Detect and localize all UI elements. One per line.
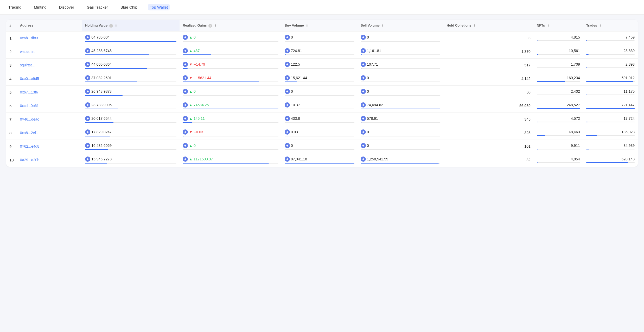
nfts-bar-fill (537, 54, 539, 55)
cell-address[interactable]: 0xab...df83 (17, 31, 82, 45)
trades-bar-track (586, 135, 635, 136)
trades-bar-fill (586, 135, 597, 136)
cell-nfts: 1,709 (534, 58, 583, 72)
cell-trades: 28,839 (583, 45, 638, 58)
col-nfts[interactable]: NFTs ⬆ (534, 20, 583, 31)
cell-hold-collections: 82 (443, 153, 533, 167)
trades-bar-fill (586, 162, 628, 163)
realized-gains-sort-icon: ⬆ (214, 24, 216, 27)
gains-arrow: ▼ (189, 76, 193, 80)
cell-rank: 2 (6, 45, 17, 58)
buy-bar-track (285, 109, 354, 109)
nav-bar: TradingMintingDiscoverGas TrackerBlue Ch… (0, 0, 644, 15)
cell-nfts: 2,402 (534, 85, 583, 99)
eth-icon: ◈ (361, 129, 366, 135)
cell-rank: 3 (6, 58, 17, 72)
cell-rank: 6 (6, 99, 17, 112)
gains-bar-track (183, 95, 278, 96)
cell-trades: 135,023 (583, 126, 638, 140)
trades-bar-fill (586, 54, 589, 55)
cell-address[interactable]: 0×46...deac (17, 112, 82, 126)
nfts-bar-fill (537, 95, 537, 95)
gains-bar-track (183, 149, 278, 150)
cell-address[interactable]: 0×29...a20b (17, 153, 82, 167)
col-realized-gains[interactable]: Realized Gains i ⬆ (180, 20, 282, 31)
address-link[interactable]: 0×29...a20b (20, 158, 39, 162)
gains-bar-track (183, 163, 278, 164)
gains-bar-fill (183, 68, 187, 69)
nav-item-minting[interactable]: Minting (32, 4, 48, 10)
address-link[interactable]: 0×62...e4d8 (20, 144, 39, 148)
address-link[interactable]: 0×46...deac (20, 117, 39, 121)
trades-bar-track (586, 108, 635, 109)
buy-bar-fill (285, 109, 285, 109)
address-link[interactable]: 0xb7...13f6 (20, 90, 38, 94)
cell-address[interactable]: watashin... (17, 45, 82, 58)
address-link[interactable]: squirtst... (20, 63, 35, 67)
cell-sell-volume: ◈ 74,694.62 (358, 99, 443, 112)
col-trades[interactable]: Trades ⬆ (583, 20, 638, 31)
nav-item-trading[interactable]: Trading (6, 4, 23, 10)
cell-buy-volume: ◈ 122.5 (282, 58, 358, 72)
eth-icon: ◈ (85, 48, 90, 53)
buy-bar-fill (285, 68, 285, 69)
nav-item-discover[interactable]: Discover (57, 4, 76, 10)
cell-address[interactable]: 0×62...e4d8 (17, 140, 82, 153)
sell-bar-track (361, 41, 440, 42)
eth-icon: ◈ (85, 102, 90, 108)
buy-bar-track (285, 82, 354, 82)
cell-sell-volume: ◈ 1,258,541.55 (358, 153, 443, 167)
cell-buy-volume: ◈ 0 (282, 140, 358, 153)
table-row: 2watashin... ◈ 45,288.6745 ◈ ▲ 437 ◈ 7 (6, 45, 638, 58)
table-header: # Address Holding Value i ⬆ Realized Gai… (6, 20, 638, 31)
col-sell-volume[interactable]: Sell Volume ⬆ (358, 20, 443, 31)
cell-address[interactable]: 0xb7...13f6 (17, 85, 82, 99)
address-link[interactable]: watashin... (20, 49, 37, 54)
gains-bar-track (183, 68, 278, 69)
nfts-bar-track (537, 95, 580, 95)
buy-volume-text: 724.81 (291, 49, 302, 53)
address-link[interactable]: 0xab...df83 (20, 36, 38, 40)
col-holding-value[interactable]: Holding Value i ⬆ (82, 20, 180, 31)
eth-icon: ◈ (361, 75, 366, 80)
eth-icon: ◈ (361, 156, 366, 162)
nav-item-blue-chip[interactable]: Blue Chip (118, 4, 139, 10)
address-link[interactable]: 0xe0...e9d5 (20, 77, 39, 81)
nfts-bar-track (537, 135, 580, 136)
cell-buy-volume: ◈ 15,621.44 (282, 72, 358, 85)
eth-icon: ◈ (183, 129, 188, 135)
nfts-bar-track (537, 81, 580, 82)
content: # Address Holding Value i ⬆ Realized Gai… (0, 15, 644, 172)
address-link[interactable]: 0xcd...0b6f (20, 104, 38, 108)
eth-icon: ◈ (285, 102, 290, 108)
trades-bar-fill (586, 108, 635, 109)
nav-item-top-wallet[interactable]: Top Wallet (148, 4, 170, 10)
cell-address[interactable]: 0xa8...2ef1 (17, 126, 82, 140)
nav-item-gas-tracker[interactable]: Gas Tracker (85, 4, 110, 10)
nfts-bar-fill (537, 149, 539, 149)
col-hold-collections[interactable]: Hold Colletions ⬆ (443, 20, 533, 31)
cell-buy-volume: ◈ 0 (282, 85, 358, 99)
trades-bar-track (586, 149, 635, 149)
nfts-text: 1,709 (537, 62, 580, 66)
eth-icon: ◈ (85, 116, 90, 121)
sell-bar-fill (361, 68, 361, 69)
eth-icon: ◈ (361, 89, 366, 94)
cell-hold-collections: 101 (443, 140, 533, 153)
col-buy-volume[interactable]: Buy Volume ⬆ (282, 20, 358, 31)
trades-bar-track (586, 81, 635, 82)
gains-arrow: ▲ (189, 89, 193, 93)
nfts-bar-track (537, 40, 580, 41)
col-address: Address (17, 20, 82, 31)
eth-icon: ◈ (85, 35, 90, 40)
cell-holding-value: ◈ 45,288.6745 (82, 45, 180, 58)
gains-arrow: ▲ (189, 143, 193, 148)
nfts-bar-track (537, 122, 580, 122)
nfts-bar-fill (537, 40, 538, 41)
holding-value-info-icon: i (109, 24, 113, 28)
cell-address[interactable]: 0xe0...e9d5 (17, 72, 82, 85)
cell-realized-gains: ◈ ▼ --0.03 (180, 126, 282, 140)
address-link[interactable]: 0xa8...2ef1 (20, 131, 38, 135)
cell-address[interactable]: squirtst... (17, 58, 82, 72)
cell-address[interactable]: 0xcd...0b6f (17, 99, 82, 112)
